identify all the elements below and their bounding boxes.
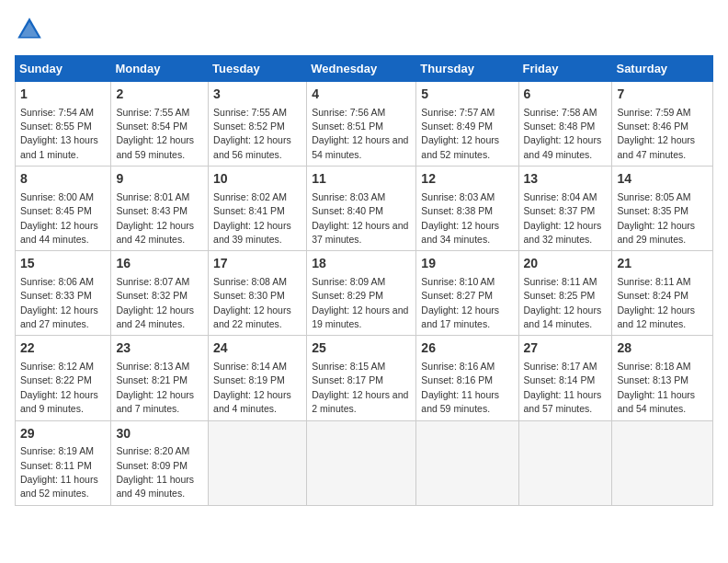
day-number: 30 bbox=[116, 425, 203, 443]
day-cell: 20 Sunrise: 8:11 AMSunset: 8:25 PMDaylig… bbox=[518, 251, 612, 336]
day-info: Sunrise: 8:00 AMSunset: 8:45 PMDaylight:… bbox=[20, 191, 98, 245]
day-info: Sunrise: 8:01 AMSunset: 8:43 PMDaylight:… bbox=[116, 191, 194, 245]
day-info: Sunrise: 8:14 AMSunset: 8:19 PMDaylight:… bbox=[213, 361, 291, 414]
day-info: Sunrise: 7:57 AMSunset: 8:49 PMDaylight:… bbox=[421, 107, 499, 160]
day-cell: 16 Sunrise: 8:07 AMSunset: 8:32 PMDaylig… bbox=[111, 251, 209, 336]
day-info: Sunrise: 8:09 AMSunset: 8:29 PMDaylight:… bbox=[312, 276, 408, 329]
day-number: 9 bbox=[116, 170, 203, 189]
day-cell: 26 Sunrise: 8:16 AMSunset: 8:16 PMDaylig… bbox=[416, 336, 518, 420]
day-number: 7 bbox=[617, 86, 708, 104]
week-row-3: 15 Sunrise: 8:06 AMSunset: 8:33 PMDaylig… bbox=[16, 251, 713, 336]
day-number: 5 bbox=[421, 86, 513, 104]
day-cell: 9 Sunrise: 8:01 AMSunset: 8:43 PMDayligh… bbox=[111, 167, 209, 251]
day-cell: 28 Sunrise: 8:18 AMSunset: 8:13 PMDaylig… bbox=[612, 336, 713, 420]
day-cell: 2 Sunrise: 7:55 AMSunset: 8:54 PMDayligh… bbox=[111, 82, 209, 167]
header-cell-thursday: Thursday bbox=[416, 56, 518, 82]
day-number: 3 bbox=[213, 86, 301, 104]
day-cell: 24 Sunrise: 8:14 AMSunset: 8:19 PMDaylig… bbox=[209, 336, 307, 420]
week-row-4: 22 Sunrise: 8:12 AMSunset: 8:22 PMDaylig… bbox=[16, 336, 713, 420]
day-number: 23 bbox=[116, 339, 203, 358]
day-number: 14 bbox=[617, 170, 708, 189]
day-info: Sunrise: 8:16 AMSunset: 8:16 PMDaylight:… bbox=[421, 361, 499, 414]
day-cell bbox=[518, 420, 612, 505]
header-row: SundayMondayTuesdayWednesdayThursdayFrid… bbox=[16, 56, 713, 82]
header-cell-saturday: Saturday bbox=[612, 56, 713, 82]
day-cell: 6 Sunrise: 7:58 AMSunset: 8:48 PMDayligh… bbox=[518, 82, 612, 167]
day-number: 1 bbox=[20, 86, 106, 104]
day-cell: 18 Sunrise: 8:09 AMSunset: 8:29 PMDaylig… bbox=[307, 251, 416, 336]
day-number: 11 bbox=[312, 170, 411, 189]
day-info: Sunrise: 8:03 AMSunset: 8:40 PMDaylight:… bbox=[312, 191, 408, 245]
day-number: 29 bbox=[20, 425, 106, 443]
day-cell: 8 Sunrise: 8:00 AMSunset: 8:45 PMDayligh… bbox=[16, 167, 111, 251]
day-number: 20 bbox=[524, 255, 608, 273]
day-info: Sunrise: 8:20 AMSunset: 8:09 PMDaylight:… bbox=[116, 445, 194, 499]
page-header bbox=[15, 15, 713, 44]
day-number: 28 bbox=[617, 339, 708, 358]
day-info: Sunrise: 8:06 AMSunset: 8:33 PMDaylight:… bbox=[20, 276, 98, 329]
day-info: Sunrise: 8:12 AMSunset: 8:22 PMDaylight:… bbox=[20, 361, 98, 414]
day-info: Sunrise: 8:17 AMSunset: 8:14 PMDaylight:… bbox=[524, 361, 602, 414]
day-info: Sunrise: 8:05 AMSunset: 8:35 PMDaylight:… bbox=[617, 191, 695, 245]
header-cell-monday: Monday bbox=[111, 56, 209, 82]
day-cell: 15 Sunrise: 8:06 AMSunset: 8:33 PMDaylig… bbox=[16, 251, 111, 336]
day-cell: 5 Sunrise: 7:57 AMSunset: 8:49 PMDayligh… bbox=[416, 82, 518, 167]
day-info: Sunrise: 8:08 AMSunset: 8:30 PMDaylight:… bbox=[213, 276, 291, 329]
day-info: Sunrise: 8:04 AMSunset: 8:37 PMDaylight:… bbox=[524, 191, 602, 245]
day-cell: 3 Sunrise: 7:55 AMSunset: 8:52 PMDayligh… bbox=[209, 82, 307, 167]
day-info: Sunrise: 8:10 AMSunset: 8:27 PMDaylight:… bbox=[421, 276, 499, 329]
day-info: Sunrise: 8:11 AMSunset: 8:25 PMDaylight:… bbox=[524, 276, 602, 329]
day-info: Sunrise: 8:11 AMSunset: 8:24 PMDaylight:… bbox=[617, 276, 695, 329]
day-cell: 27 Sunrise: 8:17 AMSunset: 8:14 PMDaylig… bbox=[518, 336, 612, 420]
day-number: 4 bbox=[312, 86, 411, 104]
day-number: 8 bbox=[20, 170, 106, 189]
day-cell bbox=[416, 420, 518, 505]
day-number: 18 bbox=[312, 255, 411, 273]
week-row-5: 29 Sunrise: 8:19 AMSunset: 8:11 PMDaylig… bbox=[16, 420, 713, 505]
logo bbox=[15, 15, 48, 44]
day-number: 27 bbox=[524, 339, 608, 358]
day-number: 25 bbox=[312, 339, 411, 358]
day-info: Sunrise: 7:54 AMSunset: 8:55 PMDaylight:… bbox=[20, 107, 98, 160]
day-info: Sunrise: 8:07 AMSunset: 8:32 PMDaylight:… bbox=[116, 276, 194, 329]
day-cell: 22 Sunrise: 8:12 AMSunset: 8:22 PMDaylig… bbox=[16, 336, 111, 420]
day-number: 21 bbox=[617, 255, 708, 273]
day-info: Sunrise: 8:03 AMSunset: 8:38 PMDaylight:… bbox=[421, 191, 499, 245]
day-info: Sunrise: 8:13 AMSunset: 8:21 PMDaylight:… bbox=[116, 361, 194, 414]
day-number: 10 bbox=[213, 170, 301, 189]
day-number: 19 bbox=[421, 255, 513, 273]
day-number: 12 bbox=[421, 170, 513, 189]
day-info: Sunrise: 8:15 AMSunset: 8:17 PMDaylight:… bbox=[312, 361, 408, 414]
header-cell-wednesday: Wednesday bbox=[307, 56, 416, 82]
day-cell: 11 Sunrise: 8:03 AMSunset: 8:40 PMDaylig… bbox=[307, 167, 416, 251]
day-number: 26 bbox=[421, 339, 513, 358]
day-number: 2 bbox=[116, 86, 203, 104]
day-cell: 29 Sunrise: 8:19 AMSunset: 8:11 PMDaylig… bbox=[16, 420, 111, 505]
week-row-1: 1 Sunrise: 7:54 AMSunset: 8:55 PMDayligh… bbox=[16, 82, 713, 167]
day-number: 16 bbox=[116, 255, 203, 273]
day-info: Sunrise: 7:58 AMSunset: 8:48 PMDaylight:… bbox=[524, 107, 602, 160]
day-number: 13 bbox=[524, 170, 608, 189]
calendar-table: SundayMondayTuesdayWednesdayThursdayFrid… bbox=[15, 55, 713, 506]
day-cell: 14 Sunrise: 8:05 AMSunset: 8:35 PMDaylig… bbox=[612, 167, 713, 251]
week-row-2: 8 Sunrise: 8:00 AMSunset: 8:45 PMDayligh… bbox=[16, 167, 713, 251]
header-cell-tuesday: Tuesday bbox=[209, 56, 307, 82]
day-cell: 19 Sunrise: 8:10 AMSunset: 8:27 PMDaylig… bbox=[416, 251, 518, 336]
day-cell: 23 Sunrise: 8:13 AMSunset: 8:21 PMDaylig… bbox=[111, 336, 209, 420]
day-cell: 4 Sunrise: 7:56 AMSunset: 8:51 PMDayligh… bbox=[307, 82, 416, 167]
day-info: Sunrise: 7:56 AMSunset: 8:51 PMDaylight:… bbox=[312, 107, 408, 160]
day-number: 22 bbox=[20, 339, 106, 358]
day-info: Sunrise: 7:59 AMSunset: 8:46 PMDaylight:… bbox=[617, 107, 695, 160]
day-cell: 12 Sunrise: 8:03 AMSunset: 8:38 PMDaylig… bbox=[416, 167, 518, 251]
day-info: Sunrise: 8:02 AMSunset: 8:41 PMDaylight:… bbox=[213, 191, 291, 245]
day-cell: 17 Sunrise: 8:08 AMSunset: 8:30 PMDaylig… bbox=[209, 251, 307, 336]
day-cell: 21 Sunrise: 8:11 AMSunset: 8:24 PMDaylig… bbox=[612, 251, 713, 336]
day-cell: 13 Sunrise: 8:04 AMSunset: 8:37 PMDaylig… bbox=[518, 167, 612, 251]
day-info: Sunrise: 8:19 AMSunset: 8:11 PMDaylight:… bbox=[20, 445, 98, 499]
logo-icon bbox=[15, 15, 44, 44]
day-info: Sunrise: 7:55 AMSunset: 8:54 PMDaylight:… bbox=[116, 107, 194, 160]
day-cell: 25 Sunrise: 8:15 AMSunset: 8:17 PMDaylig… bbox=[307, 336, 416, 420]
day-info: Sunrise: 8:18 AMSunset: 8:13 PMDaylight:… bbox=[617, 361, 695, 414]
day-cell: 7 Sunrise: 7:59 AMSunset: 8:46 PMDayligh… bbox=[612, 82, 713, 167]
day-cell bbox=[612, 420, 713, 505]
